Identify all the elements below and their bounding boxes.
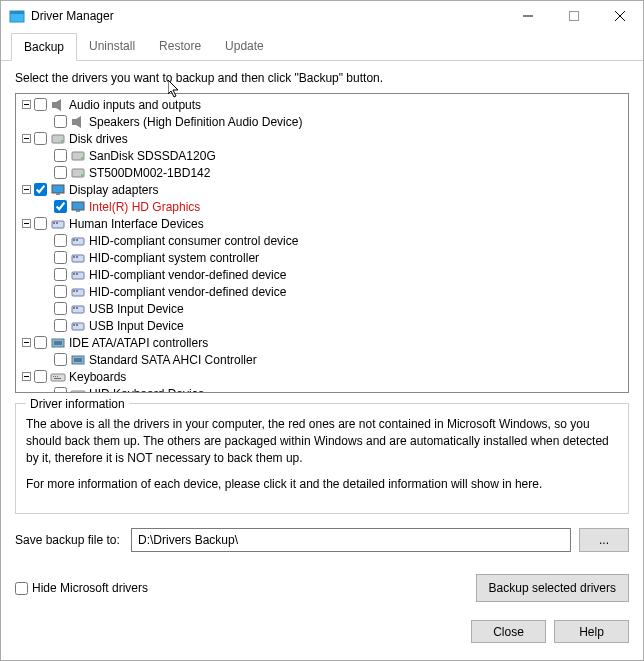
help-button[interactable]: Help (554, 620, 629, 643)
expander-icon[interactable] (20, 133, 32, 145)
svg-rect-58 (57, 376, 58, 377)
tree-row[interactable]: HID-compliant consumer control device (18, 232, 626, 249)
svg-rect-40 (76, 290, 78, 292)
minimize-button[interactable] (505, 1, 551, 31)
expander-icon[interactable] (20, 184, 32, 196)
hid-icon (70, 267, 86, 283)
tree-checkbox[interactable] (54, 115, 67, 128)
tab-restore[interactable]: Restore (147, 33, 213, 60)
hid-icon (70, 233, 86, 249)
tree-checkbox[interactable] (34, 370, 47, 383)
svg-rect-50 (54, 341, 62, 345)
tree-checkbox[interactable] (54, 149, 67, 162)
tree-label: SanDisk SDSSDA120G (89, 149, 216, 163)
svg-rect-42 (73, 307, 75, 309)
expander-icon[interactable] (20, 218, 32, 230)
tree-row[interactable]: HID Keyboard Device (18, 385, 626, 393)
tree-label: Disk drives (69, 132, 128, 146)
hid-icon (70, 284, 86, 300)
tree-row[interactable]: HID-compliant vendor-defined device (18, 266, 626, 283)
tree-checkbox[interactable] (54, 268, 67, 281)
tree-label: Intel(R) HD Graphics (89, 200, 200, 214)
tree-row[interactable]: Human Interface Devices (18, 215, 626, 232)
backup-selected-button[interactable]: Backup selected drivers (476, 574, 629, 602)
driver-info-panel: Driver information The above is all the … (15, 403, 629, 514)
keyboard-icon (50, 369, 66, 385)
svg-rect-21 (56, 193, 60, 195)
tree-row[interactable]: Display adapters (18, 181, 626, 198)
tree-label: Display adapters (69, 183, 158, 197)
save-path-input[interactable] (131, 528, 571, 552)
hid-icon (70, 318, 86, 334)
tree-row[interactable]: IDE ATA/ATAPI controllers (18, 334, 626, 351)
driver-tree[interactable]: Audio inputs and outputsSpeakers (High D… (15, 93, 629, 393)
svg-rect-39 (73, 290, 75, 292)
tree-row[interactable]: Standard SATA AHCI Controller (18, 351, 626, 368)
svg-point-15 (81, 157, 83, 159)
tree-label: Speakers (High Definition Audio Device) (89, 115, 302, 129)
maximize-button[interactable] (551, 1, 597, 31)
ide-icon (70, 352, 86, 368)
tree-row[interactable]: HID-compliant system controller (18, 249, 626, 266)
tab-update[interactable]: Update (213, 33, 276, 60)
tree-row[interactable]: Intel(R) HD Graphics (18, 198, 626, 215)
tree-checkbox[interactable] (34, 183, 47, 196)
tree-row[interactable]: ST500DM002-1BD142 (18, 164, 626, 181)
app-icon (9, 8, 25, 24)
footer: Close Help (1, 610, 643, 653)
close-dialog-button[interactable]: Close (471, 620, 546, 643)
hide-ms-checkbox-label[interactable]: Hide Microsoft drivers (15, 581, 148, 595)
disk-icon (70, 148, 86, 164)
tree-row[interactable]: Speakers (High Definition Audio Device) (18, 113, 626, 130)
display-icon (70, 199, 86, 215)
tree-label: Keyboards (69, 370, 126, 384)
svg-rect-34 (76, 256, 78, 258)
window-title: Driver Manager (31, 9, 505, 23)
svg-rect-3 (570, 12, 579, 21)
tree-row[interactable]: SanDisk SDSSDA120G (18, 147, 626, 164)
browse-button[interactable]: ... (579, 528, 629, 552)
tree-checkbox[interactable] (54, 200, 67, 213)
svg-point-13 (61, 140, 63, 142)
hide-ms-text: Hide Microsoft drivers (32, 581, 148, 595)
tree-row[interactable]: USB Input Device (18, 300, 626, 317)
expander-icon[interactable] (20, 99, 32, 111)
tree-checkbox[interactable] (34, 132, 47, 145)
tree-checkbox[interactable] (54, 285, 67, 298)
svg-rect-46 (76, 324, 78, 326)
svg-rect-20 (52, 185, 64, 193)
hid-icon (70, 250, 86, 266)
tree-row[interactable]: Keyboards (18, 368, 626, 385)
close-button[interactable] (597, 1, 643, 31)
tab-backup[interactable]: Backup (11, 33, 77, 61)
tree-row[interactable]: USB Input Device (18, 317, 626, 334)
tree-checkbox[interactable] (54, 387, 67, 393)
svg-rect-59 (54, 378, 61, 379)
tree-checkbox[interactable] (54, 234, 67, 247)
tree-row[interactable]: Disk drives (18, 130, 626, 147)
hide-ms-checkbox[interactable] (15, 582, 28, 595)
tree-checkbox[interactable] (34, 217, 47, 230)
tree-row[interactable]: Audio inputs and outputs (18, 96, 626, 113)
expander-icon[interactable] (20, 337, 32, 349)
tree-checkbox[interactable] (54, 319, 67, 332)
tree-checkbox[interactable] (54, 166, 67, 179)
keyboard-icon (70, 386, 86, 394)
display-icon (50, 182, 66, 198)
tree-label: HID-compliant consumer control device (89, 234, 298, 248)
tree-checkbox[interactable] (34, 336, 47, 349)
tree-checkbox[interactable] (34, 98, 47, 111)
tree-label: Standard SATA AHCI Controller (89, 353, 257, 367)
info-paragraph-2: For more information of each device, ple… (26, 476, 618, 493)
tree-checkbox[interactable] (54, 251, 67, 264)
svg-rect-22 (72, 202, 84, 210)
audio-icon (70, 114, 86, 130)
expander-icon[interactable] (20, 371, 32, 383)
svg-rect-56 (53, 376, 54, 377)
hid-icon (70, 301, 86, 317)
tab-uninstall[interactable]: Uninstall (77, 33, 147, 60)
tree-row[interactable]: HID-compliant vendor-defined device (18, 283, 626, 300)
tree-checkbox[interactable] (54, 353, 67, 366)
svg-rect-57 (55, 376, 56, 377)
tree-checkbox[interactable] (54, 302, 67, 315)
